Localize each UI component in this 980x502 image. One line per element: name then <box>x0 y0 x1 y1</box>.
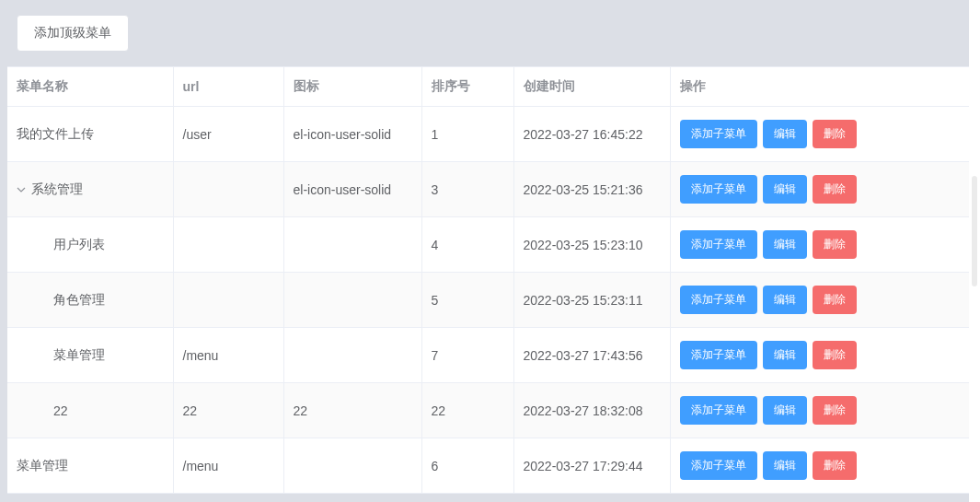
add-child-menu-button[interactable]: 添加子菜单 <box>680 396 757 425</box>
col-header-url: url <box>173 67 283 107</box>
vertical-scrollbar[interactable] <box>969 0 980 502</box>
col-header-actions: 操作 <box>670 67 973 107</box>
menu-sort: 6 <box>421 438 513 494</box>
table-row: 菜单管理/menu72022-03-27 17:43:56添加子菜单编辑删除 <box>7 328 973 383</box>
col-header-name: 菜单名称 <box>7 67 173 107</box>
menu-created: 2022-03-27 17:29:44 <box>513 438 670 494</box>
table-row: 菜单管理/menu62022-03-27 17:29:44添加子菜单编辑删除 <box>7 438 973 494</box>
edit-button[interactable]: 编辑 <box>763 175 807 204</box>
menu-name: 角色管理 <box>53 292 105 307</box>
menu-url: /menu <box>173 328 283 383</box>
menu-url <box>173 273 283 328</box>
delete-button[interactable]: 删除 <box>813 175 857 204</box>
menu-icon: el-icon-user-solid <box>283 162 421 217</box>
delete-button[interactable]: 删除 <box>813 286 857 314</box>
menu-name: 22 <box>53 403 68 418</box>
add-child-menu-button[interactable]: 添加子菜单 <box>680 230 757 259</box>
table-row: 222222222022-03-27 18:32:08添加子菜单编辑删除 <box>7 383 973 438</box>
table-row: 系统管理el-icon-user-solid32022-03-25 15:21:… <box>7 162 973 217</box>
menu-sort: 7 <box>421 328 513 383</box>
menu-url <box>173 217 283 273</box>
menu-icon <box>283 217 421 273</box>
menu-sort: 5 <box>421 273 513 328</box>
menu-created: 2022-03-27 16:45:22 <box>513 107 670 162</box>
col-header-sort: 排序号 <box>421 67 513 107</box>
add-child-menu-button[interactable]: 添加子菜单 <box>680 175 757 204</box>
menu-name: 系统管理 <box>31 181 83 196</box>
delete-button[interactable]: 删除 <box>813 451 857 480</box>
col-header-created: 创建时间 <box>513 67 670 107</box>
menu-url: /user <box>173 107 283 162</box>
menu-url <box>173 162 283 217</box>
edit-button[interactable]: 编辑 <box>763 396 807 425</box>
menu-icon: 22 <box>283 383 421 438</box>
edit-button[interactable]: 编辑 <box>763 230 807 259</box>
add-child-menu-button[interactable]: 添加子菜单 <box>680 451 757 480</box>
menu-url: 22 <box>173 383 283 438</box>
delete-button[interactable]: 删除 <box>813 341 857 369</box>
menu-name: 菜单管理 <box>53 347 105 362</box>
menu-name: 用户列表 <box>53 237 105 251</box>
menu-icon <box>283 273 421 328</box>
table-row: 我的文件上传/userel-icon-user-solid12022-03-27… <box>7 107 973 162</box>
delete-button[interactable]: 删除 <box>813 120 857 148</box>
menu-created: 2022-03-25 15:23:10 <box>513 217 670 273</box>
menu-sort: 1 <box>421 107 513 162</box>
delete-button[interactable]: 删除 <box>813 396 857 425</box>
menu-name: 菜单管理 <box>17 458 68 473</box>
menu-icon: el-icon-user-solid <box>283 107 421 162</box>
menu-name: 我的文件上传 <box>17 126 94 141</box>
add-child-menu-button[interactable]: 添加子菜单 <box>680 341 757 369</box>
menu-url: /menu <box>173 438 283 494</box>
menu-sort: 22 <box>421 383 513 438</box>
menu-sort: 4 <box>421 217 513 273</box>
edit-button[interactable]: 编辑 <box>763 341 807 369</box>
add-child-menu-button[interactable]: 添加子菜单 <box>680 286 757 314</box>
edit-button[interactable]: 编辑 <box>763 451 807 480</box>
delete-button[interactable]: 删除 <box>813 230 857 259</box>
edit-button[interactable]: 编辑 <box>763 120 807 148</box>
table-row: 角色管理52022-03-25 15:23:11添加子菜单编辑删除 <box>7 273 973 328</box>
add-top-menu-button[interactable]: 添加顶级菜单 <box>17 15 129 52</box>
menu-created: 2022-03-27 18:32:08 <box>513 383 670 438</box>
chevron-down-icon[interactable] <box>17 181 26 196</box>
add-child-menu-button[interactable]: 添加子菜单 <box>680 120 757 148</box>
edit-button[interactable]: 编辑 <box>763 286 807 314</box>
menu-sort: 3 <box>421 162 513 217</box>
menu-icon <box>283 438 421 494</box>
table-row: 用户列表42022-03-25 15:23:10添加子菜单编辑删除 <box>7 217 973 273</box>
menu-created: 2022-03-25 15:23:11 <box>513 273 670 328</box>
col-header-icon: 图标 <box>283 67 421 107</box>
menu-created: 2022-03-27 17:43:56 <box>513 328 670 383</box>
menu-created: 2022-03-25 15:21:36 <box>513 162 670 217</box>
menu-icon <box>283 328 421 383</box>
